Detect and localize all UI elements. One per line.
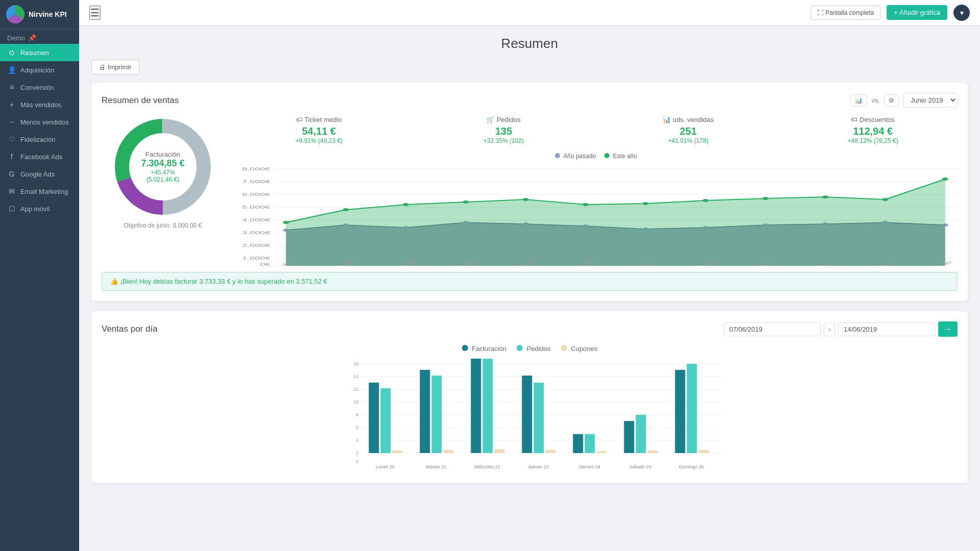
sidebar-item-adquisicion[interactable]: 👤 Adquisición <box>0 61 79 79</box>
bar <box>420 370 430 453</box>
user-demo: Demo 📌 <box>0 29 79 44</box>
donut-section: Facturación 7.304,85 € +45.47% (5.021,46… <box>102 116 224 266</box>
metrics-chart: 🏷 Ticket medio 54,11 € +9.91% (49,23 €) … <box>234 116 958 266</box>
date-to-input[interactable] <box>838 322 935 336</box>
bar <box>381 388 391 453</box>
logo-area: Nirvine KPI <box>0 0 79 29</box>
svg-text:8.000€: 8.000€ <box>242 166 271 171</box>
svg-text:2: 2 <box>356 450 358 456</box>
sidebar-item-facebook-ads[interactable]: f Facebook Ads <box>0 148 79 165</box>
user-menu-button[interactable]: ▾ <box>953 5 970 21</box>
metric-value: 54,11 € <box>234 126 404 137</box>
bar <box>597 451 607 453</box>
date-from-input[interactable] <box>724 322 821 336</box>
svg-text:Sábado 25: Sábado 25 <box>629 464 652 469</box>
sidebar-item-label: Google Ads <box>20 170 55 178</box>
svg-text:6.000€: 6.000€ <box>242 192 271 197</box>
settings-button[interactable]: ⚙ <box>884 94 899 107</box>
sidebar-item-email-marketing[interactable]: ✉ Email Marketing <box>0 183 79 200</box>
svg-text:2.000€: 2.000€ <box>242 243 271 248</box>
svg-point-46 <box>882 198 888 201</box>
svg-point-44 <box>762 197 768 200</box>
date-range-controls: › → <box>724 321 958 337</box>
demo-icon: 📌 <box>28 34 36 42</box>
metric-name: 🏷 Ticket medio <box>234 116 404 123</box>
sidebar-item-menos-vendidos[interactable]: − Menos vendidos <box>0 113 79 131</box>
donut-value: 7.304,85 € <box>137 158 188 169</box>
sidebar-item-mas-vendidos[interactable]: + Más vendidos <box>0 96 79 113</box>
adquisicion-icon: 👤 <box>7 66 16 74</box>
sidebar-item-resumen[interactable]: ⊙ Resumen <box>0 44 79 61</box>
donut-center: Facturación 7.304,85 € +45.47% (5.021,46… <box>137 151 188 183</box>
bar <box>648 450 658 453</box>
donut-chart: Facturación 7.304,85 € +45.47% (5.021,46… <box>112 116 214 218</box>
svg-text:Miércoles 22: Miércoles 22 <box>474 464 500 469</box>
legend-facturacion: Facturación <box>462 345 507 353</box>
legend-current: Este año <box>604 153 638 160</box>
metric-name: 🛒 Pedidos <box>419 116 589 123</box>
sales-summary-card: Resumen de ventas 📊 vs. ⚙ Junio 2019 May… <box>91 83 968 301</box>
legend-current-dot <box>604 153 609 158</box>
sidebar-item-fidelizacion[interactable]: ♡ Fidelización <box>0 131 79 148</box>
app-icon: ☐ <box>7 205 16 213</box>
sidebar-item-conversion[interactable]: ≡ Conversión <box>0 79 79 96</box>
sales-summary-title: Resumen de ventas <box>102 95 179 106</box>
svg-text:0: 0 <box>356 459 358 464</box>
metric-change: +41.01% (178) <box>604 137 773 144</box>
metric-value: 251 <box>604 126 773 137</box>
svg-point-39 <box>462 201 469 204</box>
legend-cupones: Cupones <box>561 345 598 353</box>
sidebar-item-label: Email Marketing <box>20 188 68 195</box>
page-body: Resumen 🖨 Imprimir Resumen de ventas 📊 v… <box>79 26 980 551</box>
svg-text:Domingo 26: Domingo 26 <box>679 464 704 469</box>
bar <box>471 359 481 453</box>
bar <box>624 421 634 453</box>
svg-text:12: 12 <box>353 387 358 392</box>
sidebar-item-app-movil[interactable]: ☐ App móvil <box>0 200 79 217</box>
fidelizacion-icon: ♡ <box>7 135 16 143</box>
month-selector[interactable]: Junio 2019 Mayo 2019 Abril 2019 <box>903 93 958 108</box>
mas-vendidos-icon: + <box>7 101 16 109</box>
bar <box>444 450 454 453</box>
area-chart: 8.000€ 7.000€ 6.000€ 5.000€ 4.000€ 3.000… <box>234 164 958 266</box>
email-icon: ✉ <box>7 187 16 195</box>
date-next-button[interactable]: › <box>824 322 835 336</box>
svg-marker-35 <box>286 179 945 266</box>
svg-text:5.000€: 5.000€ <box>242 205 271 210</box>
fullscreen-button[interactable]: ⛶ Pantalla completa <box>811 6 880 20</box>
svg-point-40 <box>523 198 529 201</box>
vs-label: vs. <box>871 96 880 104</box>
svg-text:6: 6 <box>356 425 358 430</box>
add-chart-button[interactable]: + Añadir gráfica <box>887 5 947 20</box>
svg-point-38 <box>403 203 409 206</box>
chart-type-button[interactable]: 📊 <box>850 94 867 107</box>
legend-pedidos: Pedidos <box>517 345 551 353</box>
bar <box>495 449 505 454</box>
sidebar-item-label: Conversión <box>20 84 54 91</box>
legend-past: Año pasado <box>555 153 596 160</box>
sidebar-item-google-ads[interactable]: G Google Ads <box>0 165 79 183</box>
print-button[interactable]: 🖨 Imprimir <box>91 60 139 74</box>
main-content: ☰ ⛶ Pantalla completa + Añadir gráfica ▾… <box>79 0 980 551</box>
topbar-actions: ⛶ Pantalla completa + Añadir gráfica ▾ <box>811 5 970 21</box>
daily-card-header: Ventas por día › → <box>102 321 958 337</box>
google-icon: G <box>7 170 16 178</box>
svg-point-47 <box>942 178 948 181</box>
metric-value: 112,94 € <box>788 126 958 137</box>
pedidos-dot <box>517 345 523 351</box>
svg-text:Jueves 23: Jueves 23 <box>528 464 549 469</box>
date-go-button[interactable]: → <box>938 321 958 337</box>
svg-point-45 <box>822 195 828 198</box>
bar <box>369 383 379 453</box>
sidebar-item-label: Resumen <box>20 49 49 57</box>
chart-legend: Año pasado Este año <box>234 153 958 160</box>
sidebar-item-label: Menos vendidos <box>20 118 69 126</box>
print-bar: 🖨 Imprimir <box>91 60 968 74</box>
sidebar-item-label: App móvil <box>20 205 50 213</box>
svg-text:Viernes 24: Viernes 24 <box>578 464 600 469</box>
metric-value: 135 <box>419 126 589 137</box>
menu-toggle-button[interactable]: ☰ <box>89 6 101 20</box>
conversion-icon: ≡ <box>7 83 16 91</box>
svg-point-36 <box>283 221 289 224</box>
svg-point-41 <box>582 203 589 206</box>
